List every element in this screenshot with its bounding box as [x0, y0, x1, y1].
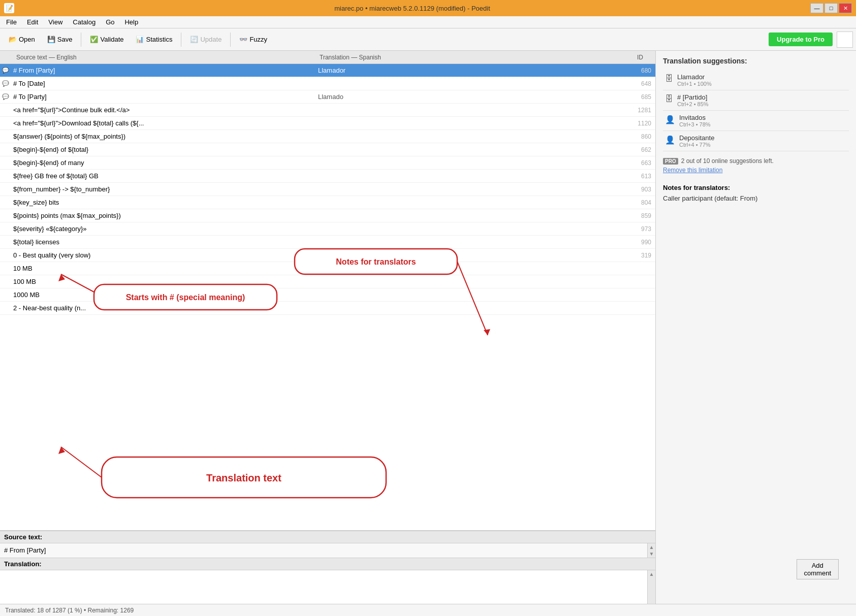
row-comment-icon: 💬	[2, 80, 13, 87]
add-comment-button[interactable]: Add comment	[797, 559, 839, 579]
source-scroll-up[interactable]: ▲	[649, 544, 654, 550]
column-header-id: ID	[623, 54, 653, 61]
row-id: 1281	[623, 107, 653, 114]
suggestion-shortcut: Ctrl+4 • 77%	[679, 142, 847, 148]
row-source-text: 2 - Near-best quality (n...	[13, 304, 318, 312]
row-source-text: 1000 MB	[13, 291, 318, 299]
theme-toggle-button[interactable]	[837, 31, 853, 48]
table-row[interactable]: ${points} points (max ${max_points})859	[0, 209, 655, 222]
row-source-text: ${begin}-${end} of ${total}	[13, 146, 318, 153]
menu-file[interactable]: File	[2, 17, 21, 27]
row-comment-icon: 💬	[2, 67, 13, 74]
row-source-text: 10 MB	[13, 265, 318, 272]
row-source-text: ${answer} (${points} of ${max_points})	[13, 133, 318, 140]
window-controls: — □ ✕	[810, 3, 852, 13]
row-source-text: ${points} points (max ${max_points})	[13, 212, 318, 219]
update-icon: 🔄	[190, 36, 198, 43]
update-button[interactable]: 🔄 Update	[184, 30, 227, 49]
close-button[interactable]: ✕	[839, 3, 852, 13]
suggestions-list: 🗄LlamadorCtrl+1 • 100%🗄# [Partido]Ctrl+2…	[663, 70, 849, 151]
suggestion-name: # [Partido]	[677, 93, 847, 101]
table-row[interactable]: ${free} GB free of ${total} GB613	[0, 170, 655, 183]
row-source-text: 0 - Best quality (very slow)	[13, 251, 318, 259]
table-row[interactable]: 10 MB	[0, 262, 655, 275]
upgrade-button[interactable]: Upgrade to Pro	[769, 33, 833, 46]
window-title: miarec.po • miarecweb 5.2.0.1129 (modifi…	[14, 5, 810, 12]
toolbar: 📂 Open 💾 Save ✅ Validate 📊 Statistics 🔄 …	[0, 28, 856, 51]
table-row[interactable]: <a href="${url}">Download ${total} calls…	[0, 117, 655, 130]
maximize-button[interactable]: □	[825, 3, 838, 13]
notes-section: Notes for translators: Caller participan…	[663, 184, 849, 610]
table-row[interactable]: 1000 MB	[0, 288, 655, 302]
remove-limitation-link[interactable]: Remove this limitation	[663, 167, 849, 174]
menu-catalog[interactable]: Catalog	[69, 17, 100, 27]
toolbar-separator-2	[181, 33, 181, 47]
suggestion-shortcut: Ctrl+2 • 85%	[677, 101, 847, 107]
row-id: 804	[623, 199, 653, 206]
row-source-text: ${severity} «${category}»	[13, 225, 318, 233]
row-id: 319	[623, 252, 653, 259]
source-text-content: # From [Party]	[0, 543, 647, 558]
row-source-text: 100 MB	[13, 278, 318, 285]
pro-badge: PRO	[663, 158, 678, 165]
validate-button[interactable]: ✅ Validate	[84, 30, 129, 49]
source-panel: Source text: # From [Party] ▲ ▼	[0, 530, 655, 558]
row-translation-text: Llamador	[318, 67, 623, 74]
suggestion-item[interactable]: 👤DepositanteCtrl+4 • 77%	[663, 131, 849, 151]
table-row[interactable]: ${begin}-${end} of ${total}662	[0, 143, 655, 156]
suggestion-icon: 👤	[665, 115, 675, 124]
table-header: Source text — English Translation — Span…	[0, 51, 655, 64]
table-row[interactable]: 💬# To [Party]Llamado685	[0, 90, 655, 104]
row-id: 663	[623, 159, 653, 167]
toolbar-separator-3	[230, 33, 231, 47]
titlebar: 📝 miarec.po • miarecweb 5.2.0.1129 (modi…	[0, 0, 856, 16]
table-row[interactable]: 100 MB	[0, 275, 655, 288]
fuzzy-button[interactable]: 👓 Fuzzy	[234, 30, 273, 49]
row-comment-icon: 💬	[2, 93, 13, 100]
translation-table[interactable]: 💬# From [Party]Llamador680💬# To [Date]64…	[0, 64, 655, 530]
menu-help[interactable]: Help	[120, 17, 142, 27]
menubar: File Edit View Catalog Go Help	[0, 16, 856, 28]
suggestion-item[interactable]: 👤InvitadosCtrl+3 • 78%	[663, 111, 849, 131]
table-row[interactable]: 0 - Best quality (very slow)319	[0, 249, 655, 262]
statistics-button[interactable]: 📊 Statistics	[130, 30, 178, 49]
menu-edit[interactable]: Edit	[23, 17, 42, 27]
suggestion-name: Depositante	[679, 134, 847, 142]
table-row[interactable]: 💬# From [Party]Llamador680	[0, 64, 655, 77]
source-scroll-down[interactable]: ▼	[649, 551, 654, 557]
suggestion-item[interactable]: 🗄LlamadorCtrl+1 • 100%	[663, 70, 849, 90]
pro-notice: PRO 2 out of 10 online suggestions left.	[663, 157, 849, 165]
app-icon: 📝	[4, 3, 14, 13]
validate-icon: ✅	[90, 36, 98, 43]
table-row[interactable]: 2 - Near-best quality (n...	[0, 302, 655, 315]
row-id: 1120	[623, 120, 653, 127]
row-source-text: <a href="${url}">Download ${total} calls…	[13, 119, 318, 127]
table-row[interactable]: 💬# To [Date]648	[0, 77, 655, 90]
open-button[interactable]: 📂 Open	[3, 30, 41, 49]
table-row[interactable]: ${total} licenses990	[0, 236, 655, 249]
fuzzy-icon: 👓	[239, 36, 247, 43]
row-source-text: # To [Party]	[13, 93, 318, 101]
row-source-text: <a href="${url}">Continue bulk edit.</a>	[13, 106, 318, 114]
content-area: Source text — English Translation — Span…	[0, 51, 856, 616]
trans-scroll-up[interactable]: ▲	[649, 571, 654, 577]
menu-view[interactable]: View	[44, 17, 67, 27]
table-row[interactable]: <a href="${url}">Continue bulk edit.</a>…	[0, 104, 655, 117]
table-row[interactable]: ${key_size} bits804	[0, 196, 655, 209]
row-source-text: # From [Party]	[13, 67, 318, 74]
suggestion-item[interactable]: 🗄# [Partido]Ctrl+2 • 85%	[663, 90, 849, 111]
source-panel-label: Source text:	[0, 531, 655, 543]
table-row[interactable]: ${severity} «${category}»973	[0, 222, 655, 236]
row-source-text: # To [Date]	[13, 80, 318, 87]
status-text: Translated: 18 of 1287 (1 %) • Remaining…	[5, 607, 134, 614]
table-row[interactable]: ${answer} (${points} of ${max_points})86…	[0, 130, 655, 143]
minimize-button[interactable]: —	[810, 3, 823, 13]
save-button[interactable]: 💾 Save	[42, 30, 78, 49]
suggestions-count-text: 2 out of 10 online suggestions left.	[681, 157, 774, 165]
suggestion-icon: 🗄	[665, 94, 673, 104]
table-row[interactable]: ${from_number} -> ${to_number}903	[0, 183, 655, 196]
row-id: 685	[623, 93, 653, 101]
menu-go[interactable]: Go	[102, 17, 118, 27]
right-panel: Translation suggestions: 🗄LlamadorCtrl+1…	[655, 51, 856, 616]
table-row[interactable]: ${begin}-${end} of many663	[0, 156, 655, 170]
